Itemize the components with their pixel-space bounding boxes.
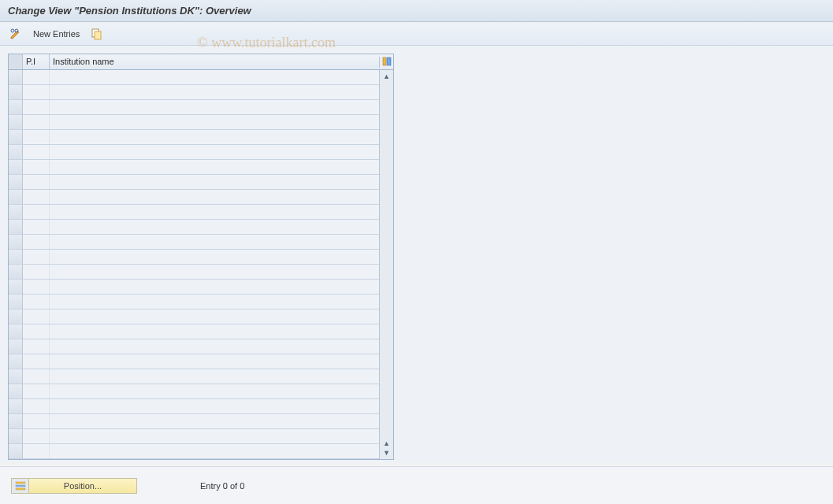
row-selector[interactable] <box>9 399 23 413</box>
row-selector[interactable] <box>9 324 23 339</box>
cell-institution-name[interactable] <box>50 429 379 443</box>
row-selector[interactable] <box>9 70 23 84</box>
row-selector[interactable] <box>9 309 23 324</box>
cell-institution-name[interactable] <box>50 220 379 234</box>
table-row[interactable] <box>9 205 379 220</box>
cell-pi[interactable] <box>23 160 50 174</box>
row-selector[interactable] <box>9 414 23 428</box>
table-row[interactable] <box>9 70 379 85</box>
cell-pi[interactable] <box>23 384 50 398</box>
cell-pi[interactable] <box>23 85 50 99</box>
cell-pi[interactable] <box>23 429 50 443</box>
column-header-pi[interactable]: P.I <box>23 54 50 69</box>
row-selector[interactable] <box>9 429 23 443</box>
cell-pi[interactable] <box>23 324 50 339</box>
row-selector[interactable] <box>9 384 23 398</box>
row-selector[interactable] <box>9 369 23 384</box>
select-all-column[interactable] <box>9 54 23 69</box>
table-row[interactable] <box>9 384 379 399</box>
cell-institution-name[interactable] <box>50 205 379 219</box>
cell-institution-name[interactable] <box>50 444 379 458</box>
table-row[interactable] <box>9 399 379 414</box>
cell-institution-name[interactable] <box>50 399 379 413</box>
cell-pi[interactable] <box>23 130 50 144</box>
row-selector[interactable] <box>9 235 23 249</box>
cell-pi[interactable] <box>23 235 50 249</box>
position-button[interactable]: Position... <box>11 478 137 494</box>
cell-pi[interactable] <box>23 444 50 458</box>
row-selector[interactable] <box>9 354 23 369</box>
table-row[interactable] <box>9 324 379 339</box>
cell-pi[interactable] <box>23 339 50 354</box>
new-entries-button[interactable]: New Entries <box>30 28 83 40</box>
toggle-edit-button[interactable] <box>6 26 25 42</box>
cell-pi[interactable] <box>23 414 50 428</box>
cell-pi[interactable] <box>23 175 50 189</box>
table-row[interactable] <box>9 414 379 429</box>
row-selector[interactable] <box>9 160 23 174</box>
table-row[interactable] <box>9 220 379 235</box>
row-selector[interactable] <box>9 190 23 204</box>
cell-institution-name[interactable] <box>50 175 379 189</box>
cell-pi[interactable] <box>23 354 50 369</box>
cell-pi[interactable] <box>23 205 50 219</box>
table-row[interactable] <box>9 354 379 369</box>
cell-pi[interactable] <box>23 70 50 84</box>
cell-institution-name[interactable] <box>50 369 379 384</box>
cell-pi[interactable] <box>23 100 50 114</box>
cell-institution-name[interactable] <box>50 70 379 84</box>
cell-institution-name[interactable] <box>50 85 379 99</box>
cell-institution-name[interactable] <box>50 295 379 309</box>
cell-institution-name[interactable] <box>50 100 379 114</box>
cell-institution-name[interactable] <box>50 145 379 159</box>
table-row[interactable] <box>9 145 379 160</box>
table-row[interactable] <box>9 295 379 309</box>
vertical-scrollbar[interactable]: ▲ ▲ ▼ <box>379 70 393 459</box>
table-row[interactable] <box>9 280 379 295</box>
cell-pi[interactable] <box>23 399 50 413</box>
row-selector[interactable] <box>9 205 23 219</box>
table-row[interactable] <box>9 115 379 130</box>
row-selector[interactable] <box>9 339 23 354</box>
cell-pi[interactable] <box>23 220 50 234</box>
cell-pi[interactable] <box>23 369 50 384</box>
column-header-institution-name[interactable]: Institution name <box>50 54 379 69</box>
row-selector[interactable] <box>9 100 23 114</box>
table-row[interactable] <box>9 175 379 190</box>
cell-institution-name[interactable] <box>50 115 379 129</box>
table-row[interactable] <box>9 235 379 250</box>
cell-pi[interactable] <box>23 115 50 129</box>
row-selector[interactable] <box>9 295 23 309</box>
row-selector[interactable] <box>9 130 23 144</box>
table-row[interactable] <box>9 100 379 115</box>
cell-pi[interactable] <box>23 265 50 279</box>
row-selector[interactable] <box>9 280 23 294</box>
scroll-bottom-icon[interactable]: ▼ <box>382 448 392 458</box>
table-row[interactable] <box>9 160 379 175</box>
row-selector[interactable] <box>9 265 23 279</box>
cell-pi[interactable] <box>23 295 50 309</box>
cell-institution-name[interactable] <box>50 324 379 339</box>
scroll-up-icon[interactable]: ▲ <box>382 72 392 81</box>
row-selector[interactable] <box>9 220 23 234</box>
cell-institution-name[interactable] <box>50 250 379 264</box>
cell-pi[interactable] <box>23 250 50 264</box>
cell-institution-name[interactable] <box>50 384 379 398</box>
table-row[interactable] <box>9 339 379 354</box>
table-row[interactable] <box>9 85 379 100</box>
row-selector[interactable] <box>9 85 23 99</box>
cell-pi[interactable] <box>23 280 50 294</box>
table-row[interactable] <box>9 265 379 280</box>
table-settings-button[interactable] <box>379 57 393 68</box>
cell-institution-name[interactable] <box>50 265 379 279</box>
table-row[interactable] <box>9 369 379 384</box>
cell-institution-name[interactable] <box>50 190 379 204</box>
scroll-down-icon[interactable]: ▲ <box>382 439 392 448</box>
table-row[interactable] <box>9 190 379 205</box>
table-row[interactable] <box>9 429 379 444</box>
cell-pi[interactable] <box>23 145 50 159</box>
row-selector[interactable] <box>9 145 23 159</box>
row-selector[interactable] <box>9 175 23 189</box>
cell-institution-name[interactable] <box>50 414 379 428</box>
table-row[interactable] <box>9 309 379 324</box>
